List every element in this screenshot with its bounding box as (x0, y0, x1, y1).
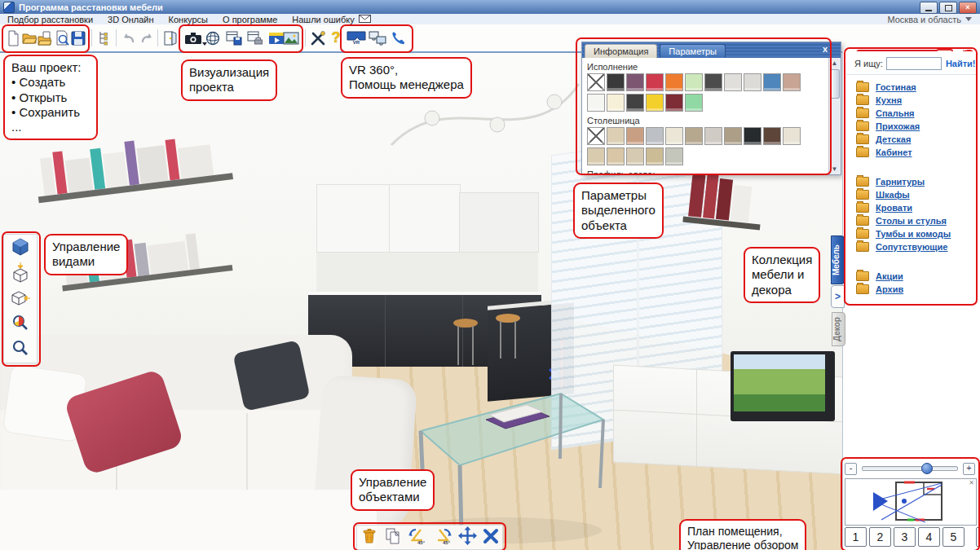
remove-object-button[interactable] (483, 528, 499, 548)
minimize-icon[interactable] (920, 2, 938, 14)
manager-call-button[interactable] (390, 28, 408, 48)
material-swatch[interactable] (587, 73, 605, 91)
new-project-button[interactable] (4, 28, 22, 48)
scene-kitchen-upper-side[interactable] (459, 192, 539, 253)
category-item[interactable]: Гостиная (856, 81, 978, 94)
category-item[interactable]: Шкафы (856, 188, 978, 201)
material-swatch[interactable] (744, 127, 761, 145)
material-swatch[interactable] (646, 73, 664, 91)
view-slot-button[interactable]: 4 (918, 527, 940, 547)
category-item[interactable]: Прихожая (856, 120, 978, 133)
menu-item[interactable]: 3D Онлайн (100, 15, 161, 24)
category-item[interactable]: Тумбы и комоды (856, 227, 978, 240)
copy-object-button[interactable] (384, 527, 402, 548)
material-swatch[interactable] (783, 73, 801, 91)
redo-button[interactable] (138, 28, 156, 48)
category-item[interactable]: Кровати (856, 201, 978, 214)
scene-glass-table[interactable] (390, 384, 610, 547)
scene-tv[interactable] (731, 351, 835, 421)
restore-icon[interactable] (939, 2, 957, 14)
undo-button[interactable] (120, 28, 138, 48)
material-swatch[interactable] (607, 94, 625, 112)
project-tree-button[interactable] (96, 28, 114, 48)
material-swatch[interactable] (763, 73, 781, 91)
screenshot-camera-button[interactable] (183, 28, 204, 48)
material-swatch[interactable] (685, 127, 703, 145)
zoom-button[interactable] (7, 336, 34, 361)
material-swatch[interactable] (724, 73, 742, 91)
menu-item[interactable]: Конкурсы (161, 15, 215, 24)
tools-button[interactable] (309, 28, 327, 48)
menu-item[interactable]: Подбор расстановки (0, 15, 100, 24)
material-swatch[interactable] (646, 94, 664, 112)
scene-kitchen-upper-cabinets[interactable] (316, 184, 461, 253)
material-swatch[interactable] (587, 127, 605, 145)
envelope-icon[interactable] (359, 15, 371, 24)
collapse-panel-button[interactable]: > (831, 285, 845, 308)
screens-button[interactable] (369, 28, 386, 48)
material-swatch[interactable] (587, 147, 605, 165)
material-swatch[interactable] (763, 127, 781, 145)
category-item[interactable]: Акции (856, 270, 978, 283)
preview-project-button[interactable] (53, 28, 71, 48)
scene-bar-stool[interactable] (453, 319, 478, 367)
close-icon[interactable]: x (823, 45, 828, 54)
rotate-right-button[interactable]: 45° (433, 527, 452, 548)
render-image-button[interactable] (282, 28, 300, 48)
view-slot-button[interactable]: 5 (942, 527, 965, 547)
menu-item[interactable]: О программе (215, 15, 285, 24)
panel-scrollbar[interactable]: ▲ ▼ (828, 58, 841, 174)
material-swatch[interactable] (744, 73, 761, 91)
save-project-button[interactable] (69, 28, 87, 48)
tab-information[interactable]: Информация (585, 44, 657, 58)
material-swatch[interactable] (665, 73, 683, 91)
exit-button[interactable] (161, 28, 179, 48)
import-project-button[interactable] (37, 28, 55, 48)
close-icon[interactable]: ✕ (969, 480, 974, 486)
category-item[interactable]: Детская (856, 133, 978, 146)
material-swatch[interactable] (607, 73, 625, 91)
view-slot-button[interactable]: 1 (845, 527, 867, 547)
tab-parameters[interactable]: Параметры (660, 44, 726, 58)
view-top-button[interactable] (7, 260, 34, 285)
scroll-down-icon[interactable]: ▼ (831, 165, 838, 173)
material-swatch[interactable] (607, 127, 625, 145)
close-icon[interactable]: × (959, 2, 977, 14)
zoom-region-button[interactable] (7, 310, 34, 336)
zoom-slider-track[interactable] (862, 466, 958, 471)
material-swatch[interactable] (646, 147, 664, 165)
category-item[interactable]: Гарнитуры (856, 175, 978, 188)
panel-print-button[interactable] (246, 28, 264, 48)
material-swatch[interactable] (704, 73, 722, 91)
render-3d-button[interactable] (204, 28, 222, 48)
material-swatch[interactable] (665, 127, 683, 145)
tab-furniture[interactable]: Мебель (831, 235, 845, 284)
panel-save-button[interactable] (225, 28, 243, 48)
material-swatch[interactable] (665, 94, 683, 112)
material-swatch[interactable] (626, 127, 644, 145)
search-input[interactable] (886, 57, 942, 70)
region-selector[interactable]: Москва и область (887, 14, 972, 24)
scroll-thumb[interactable] (830, 69, 840, 99)
view-slot-button[interactable]: 2 (869, 527, 891, 547)
panel-titlebar[interactable]: Информация Параметры x (582, 42, 841, 58)
delete-view-button[interactable] (976, 527, 980, 547)
view-side-button[interactable] (7, 285, 34, 310)
zoom-in-button[interactable]: + (963, 463, 975, 475)
view-slot-button[interactable]: 3 (894, 527, 916, 547)
delete-object-button[interactable] (360, 527, 378, 548)
material-swatch[interactable] (704, 127, 722, 145)
vr-360-button[interactable]: VR (346, 28, 367, 48)
category-item[interactable]: Спальня (856, 107, 978, 120)
material-swatch[interactable] (685, 94, 703, 112)
material-swatch[interactable] (685, 73, 703, 91)
material-swatch[interactable] (665, 147, 683, 165)
category-item[interactable]: Архив (856, 283, 978, 296)
material-swatch[interactable] (626, 94, 644, 112)
material-swatch[interactable] (626, 73, 644, 91)
view-3d-button[interactable] (7, 235, 34, 260)
material-swatch[interactable] (587, 94, 605, 112)
material-swatch[interactable] (607, 147, 625, 165)
help-button[interactable]: ? (327, 28, 345, 48)
search-button[interactable]: Найти! (946, 59, 976, 68)
